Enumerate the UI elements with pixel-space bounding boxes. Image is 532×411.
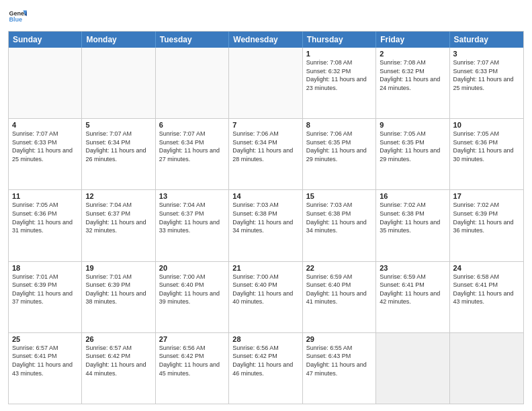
- calendar-cell: [450, 333, 523, 404]
- day-number: 18: [12, 264, 78, 272]
- calendar-cell: 7Sunrise: 7:06 AM Sunset: 6:34 PM Daylig…: [229, 119, 302, 189]
- day-number: 16: [380, 192, 445, 200]
- cell-info: Sunrise: 7:07 AM Sunset: 6:33 PM Dayligh…: [453, 58, 520, 92]
- day-number: 2: [380, 50, 445, 58]
- calendar-cell: 1Sunrise: 7:08 AM Sunset: 6:32 PM Daylig…: [303, 48, 376, 118]
- cell-info: Sunrise: 7:03 AM Sunset: 6:38 PM Dayligh…: [232, 201, 298, 234]
- calendar-cell: 21Sunrise: 7:00 AM Sunset: 6:40 PM Dayli…: [229, 262, 302, 332]
- calendar-cell: 24Sunrise: 6:58 AM Sunset: 6:41 PM Dayli…: [450, 262, 523, 332]
- weekday-header: Thursday: [303, 32, 376, 48]
- day-number: 27: [159, 335, 225, 343]
- weekday-header: Friday: [376, 32, 449, 48]
- day-number: 6: [159, 121, 225, 129]
- cell-info: Sunrise: 7:00 AM Sunset: 6:40 PM Dayligh…: [232, 273, 298, 306]
- weekday-header: Tuesday: [156, 32, 229, 48]
- calendar-cell: 9Sunrise: 7:05 AM Sunset: 6:35 PM Daylig…: [376, 119, 449, 189]
- calendar-cell: 14Sunrise: 7:03 AM Sunset: 6:38 PM Dayli…: [229, 190, 302, 261]
- calendar-cell: 26Sunrise: 6:57 AM Sunset: 6:42 PM Dayli…: [82, 333, 155, 404]
- calendar-cell: 17Sunrise: 7:02 AM Sunset: 6:39 PM Dayli…: [450, 190, 523, 261]
- header: General Blue: [8, 7, 524, 26]
- cell-info: Sunrise: 7:07 AM Sunset: 6:34 PM Dayligh…: [159, 130, 225, 163]
- calendar-cell: [376, 333, 449, 404]
- calendar-row: 11Sunrise: 7:05 AM Sunset: 6:36 PM Dayli…: [9, 189, 523, 261]
- day-number: 19: [85, 264, 151, 272]
- calendar-cell: 5Sunrise: 7:07 AM Sunset: 6:34 PM Daylig…: [82, 119, 155, 189]
- calendar-row: 1Sunrise: 7:08 AM Sunset: 6:32 PM Daylig…: [9, 48, 523, 118]
- day-number: 8: [306, 121, 372, 129]
- day-number: 17: [453, 192, 520, 200]
- calendar-cell: 4Sunrise: 7:07 AM Sunset: 6:33 PM Daylig…: [9, 119, 82, 189]
- cell-info: Sunrise: 7:05 AM Sunset: 6:36 PM Dayligh…: [12, 201, 78, 234]
- calendar-cell: 16Sunrise: 7:02 AM Sunset: 6:38 PM Dayli…: [376, 190, 449, 261]
- day-number: 14: [232, 192, 298, 200]
- cell-info: Sunrise: 6:55 AM Sunset: 6:43 PM Dayligh…: [306, 344, 372, 377]
- weekday-header: Saturday: [450, 32, 523, 48]
- calendar-cell: 19Sunrise: 7:01 AM Sunset: 6:39 PM Dayli…: [82, 262, 155, 332]
- calendar-cell: 29Sunrise: 6:55 AM Sunset: 6:43 PM Dayli…: [303, 333, 376, 404]
- calendar-row: 25Sunrise: 6:57 AM Sunset: 6:41 PM Dayli…: [9, 332, 523, 404]
- cell-info: Sunrise: 7:06 AM Sunset: 6:35 PM Dayligh…: [306, 130, 372, 163]
- day-number: 23: [380, 264, 445, 272]
- cell-info: Sunrise: 7:01 AM Sunset: 6:39 PM Dayligh…: [12, 273, 78, 306]
- day-number: 10: [453, 121, 520, 129]
- cell-info: Sunrise: 6:59 AM Sunset: 6:41 PM Dayligh…: [380, 273, 445, 306]
- svg-text:Blue: Blue: [9, 16, 22, 23]
- day-number: 21: [232, 264, 298, 272]
- cell-info: Sunrise: 6:56 AM Sunset: 6:42 PM Dayligh…: [159, 344, 225, 377]
- cell-info: Sunrise: 7:03 AM Sunset: 6:38 PM Dayligh…: [306, 201, 372, 234]
- calendar-body: 1Sunrise: 7:08 AM Sunset: 6:32 PM Daylig…: [9, 48, 523, 404]
- cell-info: Sunrise: 6:57 AM Sunset: 6:42 PM Dayligh…: [85, 344, 151, 377]
- calendar-cell: 6Sunrise: 7:07 AM Sunset: 6:34 PM Daylig…: [156, 119, 229, 189]
- calendar-cell: 28Sunrise: 6:56 AM Sunset: 6:42 PM Dayli…: [229, 333, 302, 404]
- weekday-header: Sunday: [9, 32, 82, 48]
- day-number: 9: [380, 121, 445, 129]
- cell-info: Sunrise: 7:05 AM Sunset: 6:35 PM Dayligh…: [380, 130, 445, 163]
- weekday-header: Monday: [82, 32, 155, 48]
- calendar-cell: 27Sunrise: 6:56 AM Sunset: 6:42 PM Dayli…: [156, 333, 229, 404]
- cell-info: Sunrise: 6:56 AM Sunset: 6:42 PM Dayligh…: [232, 344, 298, 377]
- day-number: 20: [159, 264, 225, 272]
- calendar-cell: 11Sunrise: 7:05 AM Sunset: 6:36 PM Dayli…: [9, 190, 82, 261]
- day-number: 5: [85, 121, 151, 129]
- page: General Blue SundayMondayTuesdayWednesda…: [0, 0, 532, 411]
- calendar-cell: 22Sunrise: 6:59 AM Sunset: 6:40 PM Dayli…: [303, 262, 376, 332]
- calendar-cell: 8Sunrise: 7:06 AM Sunset: 6:35 PM Daylig…: [303, 119, 376, 189]
- day-number: 1: [306, 50, 372, 58]
- cell-info: Sunrise: 6:58 AM Sunset: 6:41 PM Dayligh…: [453, 273, 520, 306]
- cell-info: Sunrise: 7:08 AM Sunset: 6:32 PM Dayligh…: [306, 58, 372, 92]
- calendar-cell: 13Sunrise: 7:04 AM Sunset: 6:37 PM Dayli…: [156, 190, 229, 261]
- day-number: 29: [306, 335, 372, 343]
- calendar-cell: 18Sunrise: 7:01 AM Sunset: 6:39 PM Dayli…: [9, 262, 82, 332]
- cell-info: Sunrise: 7:02 AM Sunset: 6:38 PM Dayligh…: [380, 201, 445, 234]
- calendar-row: 4Sunrise: 7:07 AM Sunset: 6:33 PM Daylig…: [9, 118, 523, 189]
- cell-info: Sunrise: 6:57 AM Sunset: 6:41 PM Dayligh…: [12, 344, 78, 377]
- cell-info: Sunrise: 7:04 AM Sunset: 6:37 PM Dayligh…: [159, 201, 225, 234]
- calendar-cell: [9, 48, 82, 118]
- logo-icon: General Blue: [8, 7, 27, 26]
- calendar-header-row: SundayMondayTuesdayWednesdayThursdayFrid…: [9, 32, 523, 48]
- day-number: 26: [85, 335, 151, 343]
- day-number: 3: [453, 50, 520, 58]
- calendar-cell: [229, 48, 302, 118]
- calendar-cell: [156, 48, 229, 118]
- calendar-cell: 10Sunrise: 7:05 AM Sunset: 6:36 PM Dayli…: [450, 119, 523, 189]
- calendar-cell: 3Sunrise: 7:07 AM Sunset: 6:33 PM Daylig…: [450, 48, 523, 118]
- cell-info: Sunrise: 7:08 AM Sunset: 6:32 PM Dayligh…: [380, 58, 445, 92]
- day-number: 22: [306, 264, 372, 272]
- cell-info: Sunrise: 7:07 AM Sunset: 6:34 PM Dayligh…: [85, 130, 151, 163]
- day-number: 25: [12, 335, 78, 343]
- calendar-cell: 25Sunrise: 6:57 AM Sunset: 6:41 PM Dayli…: [9, 333, 82, 404]
- calendar-cell: 15Sunrise: 7:03 AM Sunset: 6:38 PM Dayli…: [303, 190, 376, 261]
- calendar-cell: 23Sunrise: 6:59 AM Sunset: 6:41 PM Dayli…: [376, 262, 449, 332]
- cell-info: Sunrise: 7:00 AM Sunset: 6:40 PM Dayligh…: [159, 273, 225, 306]
- calendar-cell: [82, 48, 155, 118]
- day-number: 15: [306, 192, 372, 200]
- day-number: 11: [12, 192, 78, 200]
- day-number: 12: [85, 192, 151, 200]
- cell-info: Sunrise: 7:02 AM Sunset: 6:39 PM Dayligh…: [453, 201, 520, 234]
- day-number: 24: [453, 264, 520, 272]
- cell-info: Sunrise: 6:59 AM Sunset: 6:40 PM Dayligh…: [306, 273, 372, 306]
- calendar-row: 18Sunrise: 7:01 AM Sunset: 6:39 PM Dayli…: [9, 261, 523, 332]
- calendar-cell: 20Sunrise: 7:00 AM Sunset: 6:40 PM Dayli…: [156, 262, 229, 332]
- calendar-cell: 12Sunrise: 7:04 AM Sunset: 6:37 PM Dayli…: [82, 190, 155, 261]
